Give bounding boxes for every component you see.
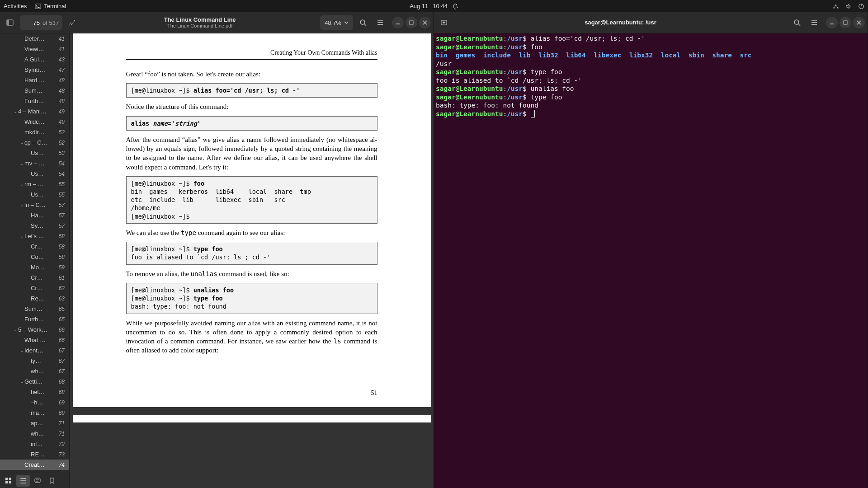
terminal-window: sagar@Learnubuntu: /usr sagar@Learnubunt…: [434, 12, 868, 488]
outline-item-page: 65: [59, 306, 65, 312]
page-number-input[interactable]: [20, 19, 42, 26]
outline-item-page: 49: [59, 108, 65, 115]
outline-item[interactable]: ma…69: [0, 408, 69, 418]
outline-item[interactable]: Sy…57: [0, 221, 69, 231]
outline-item-label: Wildc…: [24, 118, 59, 125]
outline-item[interactable]: Wildc…49: [0, 117, 69, 127]
outline-item[interactable]: wh…71: [0, 428, 69, 439]
outline-item-page: 58: [59, 233, 65, 239]
svg-point-18: [794, 20, 799, 24]
outline-item[interactable]: Sum…48: [0, 85, 69, 96]
outline-item[interactable]: ty…67: [0, 356, 69, 366]
minimize-button[interactable]: [392, 17, 404, 28]
outline-item[interactable]: Us…54: [0, 169, 69, 179]
outline-item[interactable]: ⌄Getti…68: [0, 376, 69, 387]
code-block-2: alias name='string': [126, 116, 377, 131]
minimize-icon: [830, 20, 834, 25]
outline-item[interactable]: Symb…47: [0, 65, 69, 75]
outline-item-page: 54: [59, 160, 65, 167]
zoom-dropdown[interactable]: 48.7%: [320, 15, 353, 30]
expand-chevron-icon[interactable]: ⌄: [19, 161, 24, 166]
close-button[interactable]: [419, 17, 431, 28]
outline-item[interactable]: ⌄5 – Work…66: [0, 324, 69, 335]
outline-item[interactable]: Co…58: [0, 252, 69, 262]
outline-item-label: Us…: [31, 191, 59, 198]
outline-item[interactable]: Ha…57: [0, 210, 69, 221]
hamburger-icon: [811, 19, 818, 26]
outline-item[interactable]: Mo…59: [0, 262, 69, 272]
outline-item[interactable]: Sum…65: [0, 304, 69, 314]
pdf-page-view[interactable]: Creating Your Own Commands With alias Gr…: [70, 33, 434, 488]
topbar-app-indicator[interactable]: Terminal: [35, 3, 66, 9]
expand-chevron-icon[interactable]: ⌄: [19, 234, 24, 239]
expand-chevron-icon[interactable]: ⌄: [19, 379, 24, 384]
outline-item[interactable]: hel…68: [0, 387, 69, 397]
outline-item[interactable]: Cr…62: [0, 283, 69, 293]
power-icon: [858, 3, 864, 9]
activities-button[interactable]: Activities: [4, 3, 27, 9]
topbar-clock[interactable]: Aug 11 10:44: [410, 3, 458, 9]
new-tab-button[interactable]: [437, 15, 451, 30]
outline-item-label: mkdir…: [24, 129, 59, 136]
code-block-5: [me@linuxbox ~]$ unalias foo [me@linuxbo…: [126, 283, 377, 314]
outline-item[interactable]: ⌄mv – …54: [0, 158, 69, 169]
outline-item[interactable]: inf…72: [0, 439, 69, 449]
outline-item[interactable]: ⌄Let's …58: [0, 231, 69, 241]
outline-item[interactable]: Hard …48: [0, 75, 69, 85]
terminal-menu-button[interactable]: [807, 15, 821, 30]
outline-item[interactable]: Us…53: [0, 148, 69, 158]
outline-item[interactable]: ⌄cp – C…52: [0, 137, 69, 148]
list-icon: [19, 477, 27, 484]
expand-chevron-icon[interactable]: ⌄: [13, 327, 18, 332]
close-button[interactable]: [853, 17, 865, 28]
expand-chevron-icon[interactable]: ⌄: [19, 182, 24, 187]
outline-item[interactable]: What …66: [0, 335, 69, 345]
outline-tree[interactable]: Deter…41Viewi…41A Gui…43Symb…47Hard …48S…: [0, 33, 69, 473]
outline-item[interactable]: Furth…65: [0, 314, 69, 324]
outline-item[interactable]: mkdir…52: [0, 127, 69, 137]
minimize-button[interactable]: [826, 17, 838, 28]
annotations-mode-button[interactable]: [31, 475, 44, 487]
outline-item[interactable]: A Gui…43: [0, 54, 69, 65]
outline-mode-button[interactable]: [16, 475, 30, 487]
terminal-search-button[interactable]: [790, 15, 804, 30]
search-button[interactable]: [356, 15, 370, 30]
outline-item[interactable]: Viewi…41: [0, 44, 69, 54]
maximize-button[interactable]: [406, 17, 417, 28]
outline-item[interactable]: ⌄ln – C…57: [0, 200, 69, 210]
close-icon: [423, 20, 427, 25]
outline-item-page: 43: [59, 56, 65, 63]
outline-item[interactable]: Furth…48: [0, 96, 69, 106]
outline-item[interactable]: Cr…61: [0, 272, 69, 283]
outline-item-page: 68: [59, 389, 65, 395]
code-block-1: [me@linuxbox ~]$ alias foo='cd /usr; ls;…: [126, 83, 377, 98]
outline-item[interactable]: Cr…58: [0, 241, 69, 252]
outline-item[interactable]: ap…71: [0, 418, 69, 428]
outline-item[interactable]: Deter…41: [0, 33, 69, 44]
maximize-button[interactable]: [840, 17, 851, 28]
outline-item[interactable]: Re…63: [0, 293, 69, 304]
outline-item[interactable]: –h…69: [0, 397, 69, 408]
expand-chevron-icon[interactable]: ⌄: [19, 202, 24, 207]
bookmarks-mode-button[interactable]: [45, 475, 59, 487]
outline-item-label: Ha…: [31, 212, 59, 219]
outline-item-page: 68: [59, 379, 65, 385]
outline-item[interactable]: RE…73: [0, 449, 69, 460]
expand-chevron-icon[interactable]: ⌄: [19, 348, 24, 353]
gnome-topbar: Activities Terminal Aug 11 10:44: [0, 0, 868, 12]
expand-chevron-icon[interactable]: ⌄: [13, 109, 18, 114]
system-status-area[interactable]: [833, 3, 864, 9]
outline-item[interactable]: wh…67: [0, 366, 69, 376]
outline-item[interactable]: ⌄rm – …55: [0, 179, 69, 189]
outline-item[interactable]: Us…55: [0, 189, 69, 200]
annotate-button[interactable]: [65, 15, 80, 30]
outline-item[interactable]: ⌄Ident…67: [0, 345, 69, 356]
expand-chevron-icon[interactable]: ⌄: [19, 140, 24, 145]
sidebar-toggle-button[interactable]: [3, 15, 17, 30]
thumbnails-mode-button[interactable]: [2, 475, 15, 487]
outline-item[interactable]: Creat…74: [0, 460, 69, 470]
hamburger-menu-button[interactable]: [373, 15, 387, 30]
svg-point-14: [20, 480, 21, 481]
terminal-body[interactable]: sagar@Learnubuntu:/usr$ alias foo='cd /u…: [434, 33, 868, 488]
outline-item[interactable]: ⌄4 – Mani…49: [0, 106, 69, 117]
